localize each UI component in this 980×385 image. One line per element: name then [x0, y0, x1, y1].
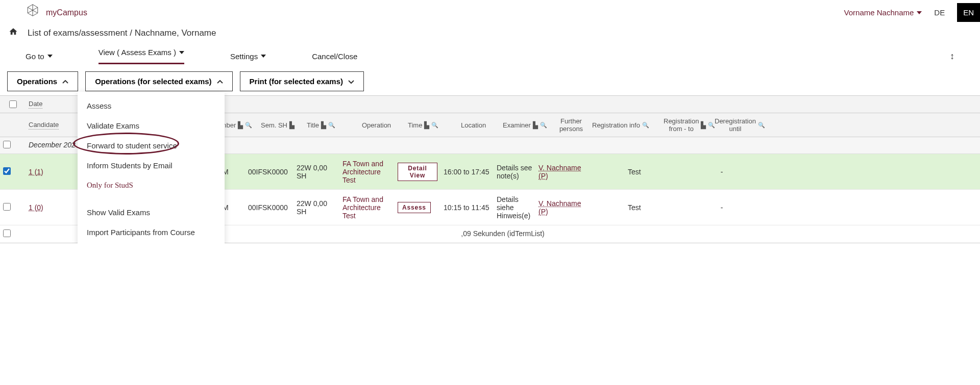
- sort-icon[interactable]: ▙: [533, 121, 538, 129]
- sort-icon[interactable]: ▙: [701, 121, 706, 129]
- col-time[interactable]: Time ▙ 🔍: [405, 113, 458, 137]
- detail-view-button[interactable]: Detail View: [398, 163, 437, 181]
- assess-button[interactable]: Assess: [398, 202, 431, 213]
- month-label: December 202: [26, 137, 79, 153]
- search-icon[interactable]: 🔍: [758, 122, 765, 129]
- sort-icon[interactable]: ▙: [238, 121, 243, 129]
- breadcrumb-text: List of exams/assessment / Nachname, Vor…: [28, 28, 216, 38]
- row-reginfo: Test: [625, 200, 696, 215]
- menu-goto[interactable]: Go to: [26, 52, 53, 61]
- dropdown-validate[interactable]: Validate Exams: [78, 116, 225, 136]
- dropdown-assess[interactable]: Assess: [78, 96, 225, 116]
- home-icon[interactable]: [8, 27, 18, 39]
- footer-checkbox[interactable]: [3, 229, 11, 237]
- breadcrumb-page[interactable]: List of exams/assessment: [28, 28, 128, 38]
- row-sem: 22W 0,00 SH: [293, 196, 339, 219]
- col-reginfo[interactable]: Registration info 🔍: [589, 113, 660, 137]
- user-name-label: Vorname Nachname: [844, 8, 914, 17]
- operations-selected-button[interactable]: Operations (for selected exams): [85, 71, 232, 91]
- dropdown-inform[interactable]: Inform Students by Email: [78, 156, 225, 175]
- search-icon[interactable]: 🔍: [540, 122, 547, 129]
- lang-de[interactable]: DE: [934, 8, 945, 17]
- col-further-persons: Further persons: [553, 113, 589, 137]
- row-number: 00IFSK0000: [245, 200, 293, 215]
- row-checkbox[interactable]: [3, 203, 11, 211]
- row-reginfo: Test: [625, 165, 696, 179]
- col-examiner[interactable]: Examiner ▙ 🔍: [500, 113, 553, 137]
- header-right: Vorname Nachname DE EN: [844, 3, 980, 22]
- col-operation: Operation: [359, 113, 405, 137]
- chevron-down-icon: [261, 55, 266, 58]
- select-all-checkbox[interactable]: [9, 100, 17, 108]
- sort-icon[interactable]: ▙: [321, 121, 326, 129]
- dropdown-studs[interactable]: Only for StudS: [78, 175, 225, 195]
- row-regfrom: -: [696, 165, 747, 179]
- col-location: Location: [458, 113, 500, 137]
- search-icon[interactable]: 🔍: [431, 122, 438, 129]
- chevron-down-icon: [47, 55, 53, 58]
- row-id-link[interactable]: 1 (0): [29, 203, 43, 212]
- row-examiner-link[interactable]: V. Nachname (P): [538, 199, 581, 216]
- lang-en[interactable]: EN: [957, 3, 980, 22]
- menu-cancel[interactable]: Cancel/Close: [312, 52, 357, 61]
- menu-view[interactable]: View ( Assess Exams ): [99, 48, 184, 64]
- chevron-down-icon: [179, 51, 184, 54]
- chevron-up-icon: [217, 77, 223, 86]
- row-title-link[interactable]: FA Town and Architecture Test: [342, 160, 383, 184]
- row-checkbox[interactable]: [3, 167, 11, 175]
- dropdown-showvalid[interactable]: Show Valid Exams: [78, 202, 225, 222]
- chevron-down-icon: [917, 11, 922, 14]
- row-location: Details see note(s): [494, 161, 535, 183]
- operations-button[interactable]: Operations: [7, 71, 78, 91]
- row-number: 00IFSK0000: [245, 165, 293, 179]
- sort-icon[interactable]: ▙: [424, 121, 429, 129]
- dropdown-forward[interactable]: Forward to student service: [78, 136, 225, 156]
- chevron-up-icon: [62, 77, 68, 86]
- row-title-link[interactable]: FA Town and Architecture Test: [342, 195, 383, 220]
- menu-settings[interactable]: Settings: [230, 52, 266, 61]
- row-regfrom: -: [696, 200, 747, 215]
- user-menu[interactable]: Vorname Nachname: [844, 8, 922, 17]
- operations-dropdown: Assess Validate Exams Forward to student…: [78, 92, 225, 243]
- resize-vertical-icon[interactable]: ↕: [950, 51, 954, 62]
- row-time: 16:00 to 17:45: [440, 165, 494, 179]
- col-sem[interactable]: Sem. SH ▙: [258, 113, 304, 137]
- row-id-link[interactable]: 1 (1): [29, 168, 43, 176]
- select-all-checkbox-cell: [0, 96, 26, 113]
- col-title[interactable]: Title ▙ 🔍: [304, 113, 359, 137]
- col-date[interactable]: Date: [26, 96, 61, 113]
- cube-logo-icon: [26, 3, 40, 17]
- logo[interactable]: myCampus: [26, 3, 87, 17]
- row-location: Details siehe Hinweis(e): [494, 192, 535, 223]
- top-header: myCampus Vorname Nachname DE EN: [0, 0, 980, 24]
- search-icon[interactable]: 🔍: [245, 122, 252, 129]
- row-examiner-link[interactable]: V. Nachname (P): [538, 164, 581, 180]
- breadcrumb-person: Nachname, Vorname: [135, 28, 216, 38]
- sort-icon[interactable]: ▙: [289, 121, 295, 129]
- search-icon[interactable]: 🔍: [328, 122, 335, 129]
- breadcrumb: List of exams/assessment / Nachname, Vor…: [0, 24, 980, 42]
- chevron-down-icon: [348, 77, 354, 86]
- row-sem: 22W 0,00 SH: [293, 161, 339, 183]
- print-selected-button[interactable]: Print (for selected exams): [240, 71, 364, 91]
- operations-row: Operations Operations (for selected exam…: [0, 64, 980, 91]
- search-icon[interactable]: 🔍: [642, 122, 649, 129]
- col-dereg[interactable]: Deregistration until 🔍: [712, 113, 768, 137]
- col-regfrom[interactable]: Registration from - to ▙ 🔍: [660, 113, 712, 137]
- month-checkbox[interactable]: [3, 141, 11, 148]
- menu-row: Go to View ( Assess Exams ) Settings Can…: [0, 42, 980, 64]
- dropdown-import-cand[interactable]: Import Candidates: [78, 242, 225, 243]
- row-time: 10:15 to 11:45: [440, 200, 494, 215]
- brand-name: myCampus: [46, 8, 87, 17]
- dropdown-import-course[interactable]: Import Participants from Course: [78, 222, 225, 242]
